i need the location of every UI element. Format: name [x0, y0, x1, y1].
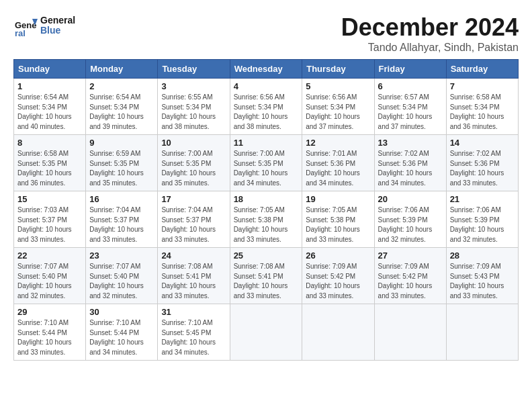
calendar-cell: 23Sunrise: 7:07 AMSunset: 5:40 PMDayligh… [86, 248, 158, 304]
calendar-cell [302, 304, 374, 361]
day-number: 27 [378, 250, 443, 261]
calendar-cell: 25Sunrise: 7:08 AMSunset: 5:41 PMDayligh… [230, 248, 302, 304]
calendar-cell: 28Sunrise: 7:09 AMSunset: 5:43 PMDayligh… [446, 248, 518, 304]
weekday-header-thursday: Thursday [302, 60, 374, 79]
week-row-3: 15Sunrise: 7:03 AMSunset: 5:37 PMDayligh… [14, 191, 519, 248]
day-number: 26 [306, 250, 370, 261]
week-row-4: 22Sunrise: 7:07 AMSunset: 5:40 PMDayligh… [14, 248, 519, 304]
calendar-cell: 31Sunrise: 7:10 AMSunset: 5:45 PMDayligh… [158, 304, 230, 361]
day-number: 20 [378, 194, 443, 204]
weekday-header-monday: Monday [86, 60, 158, 79]
day-number: 18 [234, 194, 299, 204]
day-info: Sunrise: 6:59 AMSunset: 5:35 PMDaylight:… [89, 149, 154, 188]
day-number: 21 [450, 194, 515, 204]
day-number: 5 [306, 81, 370, 91]
day-info: Sunrise: 6:56 AMSunset: 5:34 PMDaylight:… [306, 93, 370, 132]
day-info: Sunrise: 7:10 AMSunset: 5:45 PMDaylight:… [161, 318, 226, 357]
calendar-cell [374, 304, 446, 361]
day-number: 23 [89, 250, 154, 261]
calendar-cell: 21Sunrise: 7:06 AMSunset: 5:39 PMDayligh… [446, 191, 518, 248]
day-number: 2 [89, 81, 154, 91]
day-number: 13 [378, 138, 443, 148]
calendar-cell [230, 304, 302, 361]
day-number: 25 [234, 250, 299, 261]
day-info: Sunrise: 7:00 AMSunset: 5:35 PMDaylight:… [161, 149, 226, 188]
weekday-header-wednesday: Wednesday [230, 60, 302, 79]
month-title: December 2024 [341, 13, 519, 42]
week-row-5: 29Sunrise: 7:10 AMSunset: 5:44 PMDayligh… [14, 304, 519, 361]
weekday-header-friday: Friday [374, 60, 446, 79]
day-info: Sunrise: 7:02 AMSunset: 5:36 PMDaylight:… [378, 149, 443, 188]
title-block: December 2024 Tando Allahyar, Sindh, Pak… [341, 13, 519, 54]
day-number: 14 [450, 138, 515, 148]
calendar-cell: 10Sunrise: 7:00 AMSunset: 5:35 PMDayligh… [158, 135, 230, 191]
calendar-cell: 7Sunrise: 6:58 AMSunset: 5:34 PMDaylight… [446, 79, 518, 135]
logo: Gene ral General Blue [13, 13, 75, 38]
weekday-header-sunday: Sunday [14, 60, 86, 79]
day-number: 28 [450, 250, 515, 261]
day-number: 6 [378, 81, 443, 91]
calendar-cell: 12Sunrise: 7:01 AMSunset: 5:36 PMDayligh… [302, 135, 374, 191]
svg-text:ral: ral [15, 28, 26, 38]
day-info: Sunrise: 7:04 AMSunset: 5:37 PMDaylight:… [89, 205, 154, 244]
day-number: 29 [17, 307, 82, 317]
day-info: Sunrise: 6:56 AMSunset: 5:34 PMDaylight:… [234, 93, 299, 132]
day-number: 22 [17, 250, 82, 261]
day-info: Sunrise: 7:10 AMSunset: 5:44 PMDaylight:… [17, 318, 82, 357]
day-info: Sunrise: 7:08 AMSunset: 5:41 PMDaylight:… [234, 262, 299, 301]
day-info: Sunrise: 7:09 AMSunset: 5:43 PMDaylight:… [450, 262, 515, 301]
calendar-cell: 8Sunrise: 6:58 AMSunset: 5:35 PMDaylight… [14, 135, 86, 191]
calendar-cell: 19Sunrise: 7:05 AMSunset: 5:38 PMDayligh… [302, 191, 374, 248]
day-number: 7 [450, 81, 515, 91]
calendar-cell: 1Sunrise: 6:54 AMSunset: 5:34 PMDaylight… [14, 79, 86, 135]
day-info: Sunrise: 7:04 AMSunset: 5:37 PMDaylight:… [161, 205, 226, 244]
logo-icon: Gene ral [13, 13, 38, 38]
day-info: Sunrise: 6:54 AMSunset: 5:34 PMDaylight:… [89, 93, 154, 132]
weekday-header-tuesday: Tuesday [158, 60, 230, 79]
day-info: Sunrise: 6:54 AMSunset: 5:34 PMDaylight:… [17, 93, 82, 132]
day-number: 24 [161, 250, 226, 261]
day-info: Sunrise: 7:07 AMSunset: 5:40 PMDaylight:… [89, 262, 154, 301]
day-number: 17 [161, 194, 226, 204]
calendar-cell: 22Sunrise: 7:07 AMSunset: 5:40 PMDayligh… [14, 248, 86, 304]
day-number: 16 [89, 194, 154, 204]
day-number: 3 [161, 81, 226, 91]
day-info: Sunrise: 7:10 AMSunset: 5:44 PMDaylight:… [89, 318, 154, 357]
calendar-cell: 17Sunrise: 7:04 AMSunset: 5:37 PMDayligh… [158, 191, 230, 248]
calendar-cell: 5Sunrise: 6:56 AMSunset: 5:34 PMDaylight… [302, 79, 374, 135]
calendar-cell: 24Sunrise: 7:08 AMSunset: 5:41 PMDayligh… [158, 248, 230, 304]
day-number: 9 [89, 138, 154, 148]
week-row-1: 1Sunrise: 6:54 AMSunset: 5:34 PMDaylight… [14, 79, 519, 135]
day-info: Sunrise: 6:58 AMSunset: 5:34 PMDaylight:… [450, 93, 515, 132]
day-number: 10 [161, 138, 226, 148]
week-row-2: 8Sunrise: 6:58 AMSunset: 5:35 PMDaylight… [14, 135, 519, 191]
day-info: Sunrise: 7:06 AMSunset: 5:39 PMDaylight:… [450, 205, 515, 244]
day-number: 1 [17, 81, 82, 91]
day-info: Sunrise: 7:08 AMSunset: 5:41 PMDaylight:… [161, 262, 226, 301]
day-info: Sunrise: 7:03 AMSunset: 5:37 PMDaylight:… [17, 205, 82, 244]
calendar-cell: 9Sunrise: 6:59 AMSunset: 5:35 PMDaylight… [86, 135, 158, 191]
weekday-header-row: SundayMondayTuesdayWednesdayThursdayFrid… [14, 60, 519, 79]
day-info: Sunrise: 7:09 AMSunset: 5:42 PMDaylight:… [306, 262, 370, 301]
day-number: 4 [234, 81, 299, 91]
day-number: 31 [161, 307, 226, 317]
calendar-cell: 26Sunrise: 7:09 AMSunset: 5:42 PMDayligh… [302, 248, 374, 304]
calendar-cell: 27Sunrise: 7:09 AMSunset: 5:42 PMDayligh… [374, 248, 446, 304]
day-info: Sunrise: 7:02 AMSunset: 5:36 PMDaylight:… [450, 149, 515, 188]
day-number: 15 [17, 194, 82, 204]
calendar-cell: 2Sunrise: 6:54 AMSunset: 5:34 PMDaylight… [86, 79, 158, 135]
logo-blue: Blue [40, 26, 75, 36]
calendar-cell: 11Sunrise: 7:00 AMSunset: 5:35 PMDayligh… [230, 135, 302, 191]
calendar-cell: 3Sunrise: 6:55 AMSunset: 5:34 PMDaylight… [158, 79, 230, 135]
day-info: Sunrise: 6:57 AMSunset: 5:34 PMDaylight:… [378, 93, 443, 132]
calendar-cell: 30Sunrise: 7:10 AMSunset: 5:44 PMDayligh… [86, 304, 158, 361]
day-info: Sunrise: 6:58 AMSunset: 5:35 PMDaylight:… [17, 149, 82, 188]
day-info: Sunrise: 7:01 AMSunset: 5:36 PMDaylight:… [306, 149, 370, 188]
calendar-cell: 15Sunrise: 7:03 AMSunset: 5:37 PMDayligh… [14, 191, 86, 248]
calendar-cell: 29Sunrise: 7:10 AMSunset: 5:44 PMDayligh… [14, 304, 86, 361]
day-number: 12 [306, 138, 370, 148]
calendar-cell: 14Sunrise: 7:02 AMSunset: 5:36 PMDayligh… [446, 135, 518, 191]
day-info: Sunrise: 7:00 AMSunset: 5:35 PMDaylight:… [234, 149, 299, 188]
calendar-cell: 6Sunrise: 6:57 AMSunset: 5:34 PMDaylight… [374, 79, 446, 135]
day-number: 30 [89, 307, 154, 317]
